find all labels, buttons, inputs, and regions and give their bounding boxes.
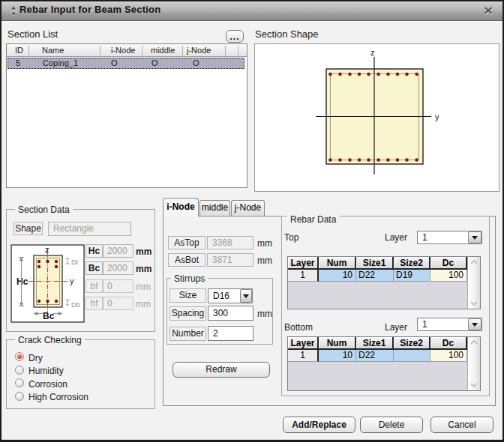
svg-text:Hc: Hc <box>16 276 28 287</box>
svg-text:Bc: Bc <box>43 311 55 321</box>
svg-text:y: y <box>70 276 74 285</box>
svg-text:Db: Db <box>71 301 80 309</box>
svg-text:z: z <box>45 245 50 254</box>
svg-text:Dt: Dt <box>71 258 78 266</box>
svg-text:z: z <box>370 48 375 57</box>
svg-text:y: y <box>435 112 440 121</box>
